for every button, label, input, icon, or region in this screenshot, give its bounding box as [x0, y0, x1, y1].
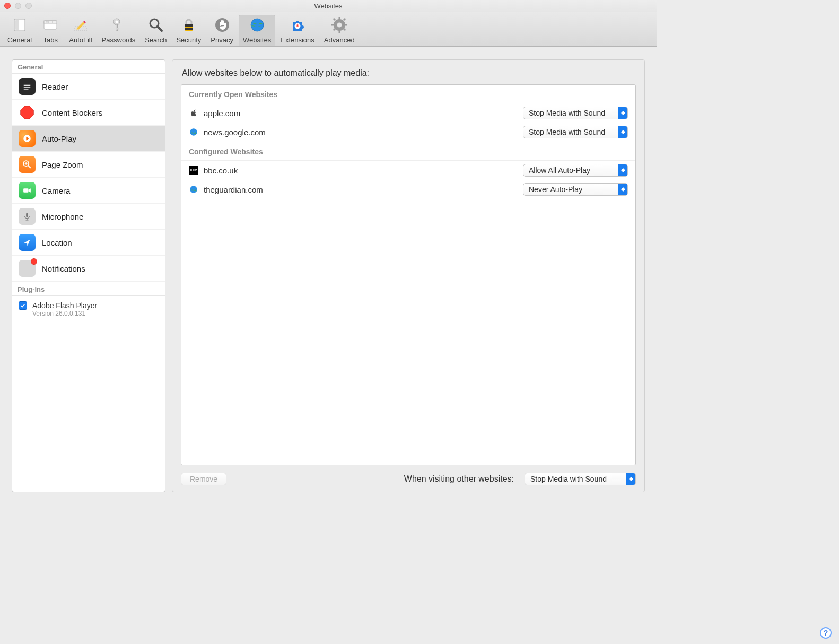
policy-select[interactable]: Stop Media with Sound	[523, 126, 628, 138]
globe-favicon-icon	[189, 185, 198, 194]
toolbar-tab-label: Passwords	[102, 36, 136, 44]
hand-icon	[213, 16, 231, 34]
search-icon	[147, 16, 165, 34]
sidebar-item-content-blockers[interactable]: Content Blockers	[12, 100, 165, 126]
globe-icon	[248, 16, 266, 34]
sidebar-item-label: Auto-Play	[42, 134, 76, 143]
policy-select[interactable]: Never Auto-Play	[523, 183, 628, 196]
svg-marker-49	[29, 188, 31, 193]
stepper-icon	[618, 126, 627, 138]
svg-line-17	[158, 27, 162, 31]
svg-rect-32	[344, 24, 347, 26]
websites-sidebar: General Reader Content Blockers Auto-Pla…	[12, 59, 165, 492]
toolbar-tab-websites[interactable]: Websites	[239, 15, 275, 46]
toolbar-tab-search[interactable]: Search	[141, 15, 171, 46]
plugin-version: Version 26.0.0.131	[32, 310, 97, 317]
svg-rect-21	[185, 28, 193, 30]
svg-rect-15	[117, 28, 119, 30]
svg-rect-31	[331, 24, 335, 26]
sidebar-item-notifications[interactable]: Notifications	[12, 256, 165, 282]
policy-select-value: Stop Media with Sound	[529, 128, 618, 136]
key-icon	[109, 16, 127, 34]
site-row[interactable]: apple.com Stop Media with Sound	[181, 103, 635, 123]
toolbar-tab-label: Privacy	[211, 36, 233, 44]
toolbar-tab-extensions[interactable]: Extensions	[276, 15, 319, 46]
site-domain: bbc.co.uk	[204, 166, 518, 175]
sidebar-item-camera[interactable]: Camera	[12, 178, 165, 204]
sidebar-item-microphone[interactable]: Microphone	[12, 204, 165, 230]
toolbar-tab-passwords[interactable]: Passwords	[98, 15, 140, 46]
group-header-configured: Configured Websites	[181, 142, 635, 161]
play-icon	[19, 130, 36, 147]
site-domain: news.google.com	[204, 128, 518, 137]
svg-text:×: ×	[46, 20, 48, 23]
switch-icon	[11, 16, 29, 34]
remove-button[interactable]: Remove	[181, 473, 226, 485]
apple-favicon-icon	[189, 108, 198, 118]
svg-marker-63	[621, 189, 625, 192]
svg-rect-38	[24, 85, 31, 86]
site-row[interactable]: news.google.com Stop Media with Sound	[181, 123, 635, 142]
notifications-icon	[19, 260, 36, 277]
site-row[interactable]: theguardian.com Never Auto-Play	[181, 180, 635, 199]
camera-icon	[19, 182, 36, 199]
policy-select-value: Allow All Auto-Play	[529, 166, 618, 175]
svg-rect-40	[24, 89, 29, 89]
toolbar-tab-general[interactable]: General	[3, 15, 36, 46]
toolbar-tab-label: Advanced	[324, 36, 355, 44]
other-policy-select-value: Stop Media with Sound	[530, 475, 626, 483]
sidebar-item-label: Page Zoom	[42, 160, 83, 169]
reader-icon	[19, 78, 36, 95]
svg-point-28	[337, 23, 342, 28]
svg-rect-1	[15, 20, 19, 30]
site-domain: theguardian.com	[204, 185, 518, 194]
policy-select-value: Stop Media with Sound	[529, 109, 618, 117]
toolbar-tab-label: Websites	[243, 36, 271, 44]
stepper-icon	[618, 107, 627, 119]
toolbar-tab-label: Tabs	[43, 36, 58, 44]
globe-favicon-icon	[189, 127, 198, 137]
policy-select[interactable]: Stop Media with Sound	[523, 107, 628, 119]
badge-dot-icon	[31, 258, 37, 265]
svg-rect-29	[338, 17, 340, 20]
zoom-icon	[19, 156, 36, 173]
toolbar-tab-label: General	[7, 36, 32, 44]
toolbar-tab-advanced[interactable]: Advanced	[320, 15, 359, 46]
sidebar-item-label: Notifications	[42, 264, 85, 273]
sidebar-item-auto-play[interactable]: Auto-Play	[12, 126, 165, 152]
toolbar-tab-tabs[interactable]: ×+ Tabs	[37, 15, 64, 46]
svg-rect-50	[26, 213, 28, 217]
toolbar-tab-security[interactable]: Security	[172, 15, 205, 46]
stepper-icon	[618, 164, 627, 176]
svg-rect-20	[185, 24, 193, 27]
sidebar-item-label: Microphone	[42, 212, 83, 221]
plugin-checkbox[interactable]	[19, 301, 27, 310]
svg-point-13	[116, 21, 118, 23]
sidebar-item-page-zoom[interactable]: Page Zoom	[12, 152, 165, 178]
sidebar-section-plugins: Plug-ins	[12, 282, 165, 296]
svg-rect-37	[24, 84, 31, 84]
sidebar-item-location[interactable]: Location	[12, 230, 165, 256]
sidebar-item-label: Reader	[42, 82, 68, 91]
remove-button-label: Remove	[190, 475, 217, 483]
plugin-row-flash[interactable]: Adobe Flash Player Version 26.0.0.131	[12, 296, 165, 323]
toolbar-tab-label: AutoFill	[69, 36, 92, 44]
toolbar-tab-autofill[interactable]: AutoFill	[65, 15, 96, 46]
lock-icon	[180, 16, 198, 34]
sidebar-item-reader[interactable]: Reader	[12, 74, 165, 100]
svg-marker-41	[21, 106, 33, 119]
other-websites-label: When visiting other websites:	[404, 474, 514, 484]
gear-icon	[330, 16, 348, 34]
toolbar-tab-label: Search	[145, 36, 167, 44]
toolbar-tab-privacy[interactable]: Privacy	[206, 15, 238, 46]
sidebar-item-label: Content Blockers	[42, 108, 102, 117]
sidebar-section-general: General	[12, 60, 165, 74]
site-row[interactable]: BBC bbc.co.uk Allow All Auto-Play	[181, 161, 635, 180]
svg-rect-33	[333, 18, 336, 21]
svg-marker-9	[77, 22, 85, 30]
main-heading: Allow websites below to automatically pl…	[182, 68, 636, 78]
other-policy-select[interactable]: Stop Media with Sound	[525, 473, 636, 485]
window-title: Websites	[0, 2, 657, 10]
policy-select[interactable]: Allow All Auto-Play	[523, 164, 628, 177]
stop-sign-icon	[19, 104, 36, 121]
